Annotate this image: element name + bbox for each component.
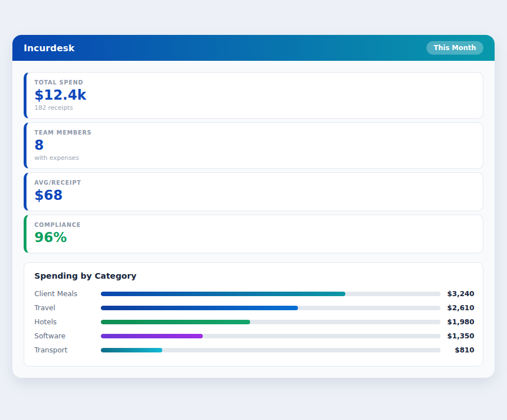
stat-value: $12.4k bbox=[34, 87, 474, 104]
app-title: Incurdesk bbox=[24, 43, 74, 53]
bar-chart: Client Meals$3,240Travel$2,610Hotels$1,9… bbox=[34, 287, 474, 357]
app-header: Incurdesk This Month bbox=[12, 35, 495, 61]
bar-fill bbox=[101, 348, 162, 352]
bar-category-label: Client Meals bbox=[34, 289, 101, 298]
bar-row-client-meals: Client Meals$3,240 bbox=[34, 287, 474, 301]
stat-label: TEAM MEMBERS bbox=[34, 129, 474, 136]
bar-row-travel: Travel$2,610 bbox=[34, 301, 474, 315]
bar-track bbox=[101, 348, 441, 352]
dashboard-content: TOTAL SPEND$12.4k182 receiptsTEAM MEMBER… bbox=[12, 61, 495, 367]
stat-label: TOTAL SPEND bbox=[34, 79, 474, 86]
period-badge[interactable]: This Month bbox=[426, 41, 483, 55]
bar-value-label: $3,240 bbox=[441, 289, 474, 298]
bar-track bbox=[101, 306, 441, 310]
bar-track bbox=[101, 292, 441, 296]
bar-fill bbox=[101, 320, 250, 324]
stat-card-avg-receipt: AVG/RECEIPT$68 bbox=[24, 172, 483, 211]
bar-value-label: $1,350 bbox=[441, 332, 474, 340]
bar-category-label: Software bbox=[34, 332, 101, 340]
stat-sublabel: with expenses bbox=[34, 154, 474, 162]
bar-fill bbox=[101, 334, 203, 338]
bar-track bbox=[101, 334, 441, 338]
stats-list: TOTAL SPEND$12.4k182 receiptsTEAM MEMBER… bbox=[24, 72, 483, 253]
bar-value-label: $1,980 bbox=[441, 318, 474, 326]
stat-card-compliance: COMPLIANCE96% bbox=[24, 215, 483, 253]
stat-value: 8 bbox=[34, 137, 474, 154]
stat-card-total-spend: TOTAL SPEND$12.4k182 receipts bbox=[24, 72, 483, 119]
dashboard-panel: Incurdesk This Month TOTAL SPEND$12.4k18… bbox=[12, 35, 495, 378]
chart-title: Spending by Category bbox=[34, 271, 474, 280]
stat-label: COMPLIANCE bbox=[34, 222, 474, 228]
bar-category-label: Transport bbox=[34, 346, 101, 354]
bar-row-software: Software$1,350 bbox=[34, 329, 474, 343]
bar-value-label: $2,610 bbox=[441, 303, 474, 312]
stat-sublabel: 182 receipts bbox=[34, 104, 474, 111]
stat-value: $68 bbox=[34, 187, 474, 204]
bar-category-label: Hotels bbox=[34, 318, 101, 326]
bar-value-label: $810 bbox=[441, 346, 474, 354]
bar-row-hotels: Hotels$1,980 bbox=[34, 315, 474, 329]
bar-fill bbox=[101, 292, 345, 296]
stat-label: AVG/RECEIPT bbox=[34, 180, 474, 186]
bar-track bbox=[101, 320, 441, 324]
spending-chart-card: Spending by Category Client Meals$3,240T… bbox=[24, 262, 483, 367]
bar-row-transport: Transport$810 bbox=[34, 343, 474, 357]
bar-fill bbox=[101, 306, 298, 310]
bar-category-label: Travel bbox=[34, 303, 101, 312]
stat-card-team-members: TEAM MEMBERS8with expenses bbox=[24, 122, 483, 169]
stat-value: 96% bbox=[34, 229, 474, 246]
